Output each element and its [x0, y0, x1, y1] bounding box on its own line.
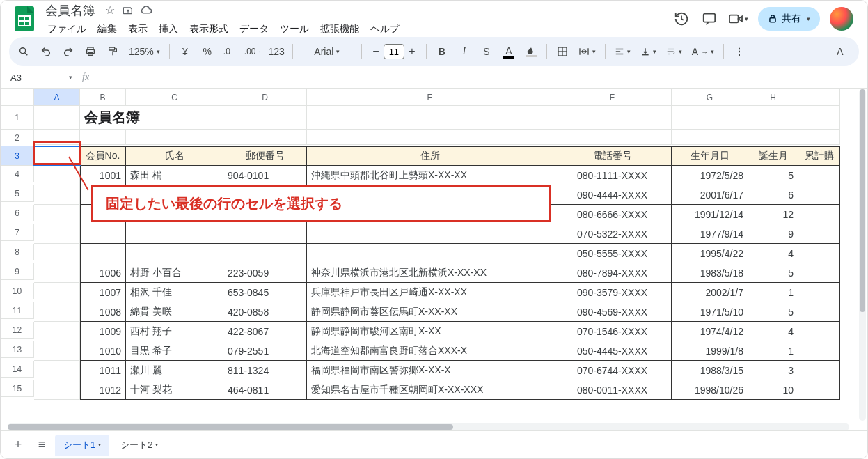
cell-mon-11[interactable]: 5 — [748, 302, 798, 322]
history-icon[interactable] — [672, 10, 691, 28]
cell-tel-10[interactable]: 090-3579-XXXX — [553, 283, 672, 302]
table-header-6[interactable]: 誕生月 — [748, 146, 798, 166]
name-box[interactable]: A3 — [8, 71, 66, 84]
menu-拡張機能[interactable]: 拡張機能 — [315, 21, 364, 38]
more-toolbar-icon[interactable]: ⋮ — [730, 42, 748, 61]
meet-icon[interactable]: ▾ — [728, 10, 748, 28]
cell-A8[interactable] — [34, 244, 80, 263]
row-header-3[interactable]: 3 — [1, 146, 34, 166]
cell-addr-10[interactable]: 兵庫県神戸市長田区戸崎通X-XX-XX — [307, 283, 553, 302]
increase-decimal-button[interactable]: .00→ — [243, 42, 263, 61]
row-header-2[interactable]: 2 — [1, 130, 34, 146]
cell-dob-8[interactable]: 1995/4/22 — [672, 244, 748, 263]
column-header-H[interactable]: H — [748, 89, 798, 106]
cell-addr-8[interactable] — [307, 244, 553, 263]
cell-tel-9[interactable]: 080-7894-XXXX — [553, 263, 672, 283]
cell-name-10[interactable]: 相沢 千佳 — [126, 283, 223, 302]
italic-button[interactable]: I — [455, 42, 473, 61]
row-header-11[interactable]: 11 — [1, 302, 34, 319]
cell-name-13[interactable]: 目黒 希子 — [126, 341, 223, 361]
formula-bar-input[interactable] — [96, 72, 859, 83]
share-button[interactable]: 共有 ▾ — [758, 7, 820, 31]
cell-row2-0[interactable] — [34, 130, 80, 145]
cell-no-14[interactable]: 1011 — [80, 361, 126, 380]
cell-tel-14[interactable]: 070-6744-XXXX — [553, 361, 672, 380]
undo-icon[interactable] — [37, 42, 55, 61]
cell-name-9[interactable]: 村野 小百合 — [126, 263, 223, 283]
column-header-G[interactable]: G — [672, 89, 748, 106]
cell-name-8[interactable] — [126, 244, 223, 263]
cell-A12[interactable] — [34, 322, 80, 341]
select-all-corner[interactable] — [1, 89, 34, 106]
cell-dob-7[interactable]: 1977/9/14 — [672, 224, 748, 244]
cell-addr-11[interactable]: 静岡県静岡市葵区伝馬町X-XX-XX — [307, 302, 553, 322]
name-box-caret-icon[interactable]: ▾ — [69, 74, 72, 81]
cell-A15[interactable] — [34, 380, 80, 400]
comment-icon[interactable] — [700, 10, 718, 28]
search-menus-icon[interactable] — [15, 42, 33, 61]
column-header-partial[interactable] — [798, 89, 840, 106]
fill-color-button[interactable] — [522, 42, 540, 61]
menu-挿入[interactable]: 挿入 — [154, 21, 183, 38]
table-header-0[interactable]: 会員No. — [80, 146, 126, 166]
row-header-1[interactable]: 1 — [1, 106, 34, 130]
cell-no-12[interactable]: 1009 — [80, 322, 126, 341]
cell-tel-12[interactable]: 070-1546-XXXX — [553, 322, 672, 341]
zoom-dropdown[interactable]: 125%▾ — [126, 42, 163, 61]
table-header-4[interactable]: 電話番号 — [553, 146, 672, 166]
row-header-6[interactable]: 6 — [1, 205, 34, 221]
print-icon[interactable] — [81, 42, 100, 61]
cell-mon-10[interactable]: 1 — [748, 283, 798, 302]
text-wrap-button[interactable]: ▾ — [663, 42, 685, 61]
cell-mon-9[interactable]: 5 — [748, 263, 798, 283]
cell-zip-12[interactable]: 422-8067 — [223, 322, 307, 341]
cell-A1[interactable] — [34, 106, 80, 130]
cell-row2-4[interactable] — [307, 130, 553, 145]
cell-zip-15[interactable]: 464-0811 — [223, 380, 307, 400]
cell-row1-2[interactable] — [553, 106, 672, 130]
cell-no-4[interactable]: 1001 — [80, 166, 126, 185]
cell-addr-15[interactable]: 愛知県名古屋市千種区朝岡町X-XX-XXX — [307, 380, 553, 400]
row-header-14[interactable]: 14 — [1, 361, 34, 378]
cell-row1-5[interactable] — [798, 106, 840, 130]
row-header-4[interactable]: 4 — [1, 166, 34, 182]
cell-no-8[interactable] — [80, 244, 126, 263]
cell-extra-11[interactable] — [798, 302, 840, 322]
cell-no-10[interactable]: 1007 — [80, 283, 126, 302]
cell-tel-6[interactable]: 080-6666-XXXX — [553, 205, 672, 224]
cell-extra-13[interactable] — [798, 341, 840, 361]
share-caret-icon[interactable]: ▾ — [807, 15, 810, 22]
collapse-toolbar-icon[interactable]: ᐱ — [831, 42, 849, 61]
cell-A7[interactable] — [34, 224, 80, 244]
column-header-D[interactable]: D — [223, 89, 307, 106]
row-header-8[interactable]: 8 — [1, 244, 34, 260]
cell-dob-11[interactable]: 1971/5/10 — [672, 302, 748, 322]
cell-B1-title[interactable]: 会員名簿 — [80, 106, 223, 130]
cell-addr-12[interactable]: 静岡県静岡市駿河区南町X-XX — [307, 322, 553, 341]
cell-no-13[interactable]: 1010 — [80, 341, 126, 361]
menu-ファイル[interactable]: ファイル — [42, 21, 91, 38]
cell-row2-1[interactable] — [80, 130, 126, 145]
borders-button[interactable] — [553, 42, 571, 61]
cell-mon-15[interactable]: 10 — [748, 380, 798, 400]
column-header-B[interactable]: B — [80, 89, 126, 106]
cell-row1-0[interactable] — [223, 106, 307, 130]
cell-A10[interactable] — [34, 283, 80, 302]
merge-cells-button[interactable]: ▾ — [576, 42, 599, 61]
cell-mon-8[interactable]: 4 — [748, 244, 798, 263]
cell-no-15[interactable]: 1012 — [80, 380, 126, 400]
sheets-logo[interactable] — [10, 5, 38, 33]
account-avatar[interactable] — [830, 7, 853, 31]
cell-A4[interactable] — [34, 166, 80, 185]
cell-mon-13[interactable]: 1 — [748, 341, 798, 361]
cell-zip-14[interactable]: 811-1324 — [223, 361, 307, 380]
cell-dob-6[interactable]: 1991/12/14 — [672, 205, 748, 224]
cell-row1-1[interactable] — [307, 106, 553, 130]
cell-row2-7[interactable] — [748, 130, 798, 145]
cell-A6[interactable] — [34, 205, 80, 224]
table-header-3[interactable]: 住所 — [307, 146, 553, 166]
cell-no-9[interactable]: 1006 — [80, 263, 126, 283]
cell-addr-13[interactable]: 北海道空知郡南富良野町落合XXX-X — [307, 341, 553, 361]
cell-A5[interactable] — [34, 185, 80, 205]
cell-zip-13[interactable]: 079-2551 — [223, 341, 307, 361]
